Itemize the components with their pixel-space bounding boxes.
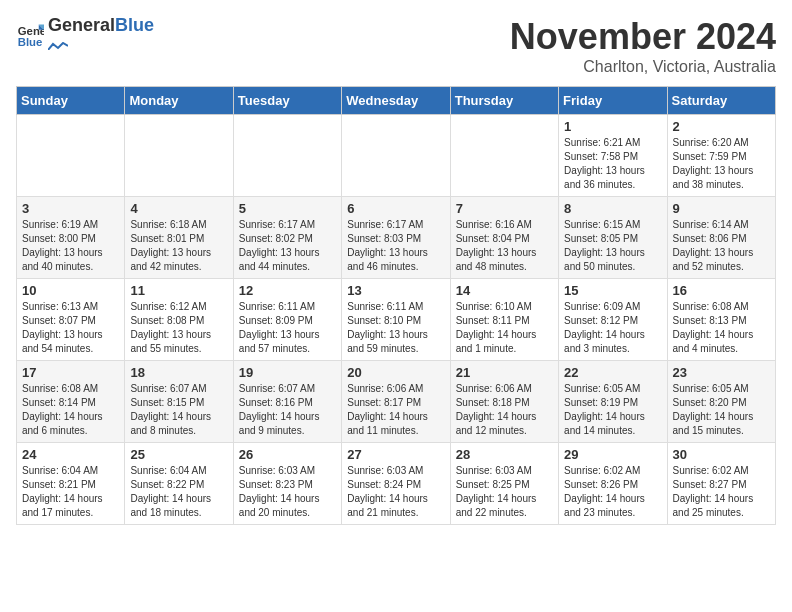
day-info: Sunrise: 6:15 AM Sunset: 8:05 PM Dayligh… [564,218,661,274]
day-info: Sunrise: 6:07 AM Sunset: 8:15 PM Dayligh… [130,382,227,438]
day-number: 30 [673,447,770,462]
calendar-cell: 19Sunrise: 6:07 AM Sunset: 8:16 PM Dayli… [233,361,341,443]
day-number: 6 [347,201,444,216]
day-number: 18 [130,365,227,380]
calendar-cell: 8Sunrise: 6:15 AM Sunset: 8:05 PM Daylig… [559,197,667,279]
calendar-cell: 28Sunrise: 6:03 AM Sunset: 8:25 PM Dayli… [450,443,558,525]
day-info: Sunrise: 6:13 AM Sunset: 8:07 PM Dayligh… [22,300,119,356]
calendar-cell [450,115,558,197]
day-info: Sunrise: 6:07 AM Sunset: 8:16 PM Dayligh… [239,382,336,438]
day-info: Sunrise: 6:05 AM Sunset: 8:19 PM Dayligh… [564,382,661,438]
day-info: Sunrise: 6:02 AM Sunset: 8:27 PM Dayligh… [673,464,770,520]
day-number: 7 [456,201,553,216]
calendar-cell [17,115,125,197]
calendar-cell: 11Sunrise: 6:12 AM Sunset: 8:08 PM Dayli… [125,279,233,361]
day-header-tuesday: Tuesday [233,87,341,115]
calendar-cell: 3Sunrise: 6:19 AM Sunset: 8:00 PM Daylig… [17,197,125,279]
calendar-cell: 17Sunrise: 6:08 AM Sunset: 8:14 PM Dayli… [17,361,125,443]
day-number: 26 [239,447,336,462]
day-info: Sunrise: 6:16 AM Sunset: 8:04 PM Dayligh… [456,218,553,274]
calendar-cell: 12Sunrise: 6:11 AM Sunset: 8:09 PM Dayli… [233,279,341,361]
calendar-cell: 16Sunrise: 6:08 AM Sunset: 8:13 PM Dayli… [667,279,775,361]
calendar-header-row: SundayMondayTuesdayWednesdayThursdayFrid… [17,87,776,115]
day-number: 5 [239,201,336,216]
day-number: 9 [673,201,770,216]
day-number: 21 [456,365,553,380]
calendar-body: 1Sunrise: 6:21 AM Sunset: 7:58 PM Daylig… [17,115,776,525]
calendar-week-row: 24Sunrise: 6:04 AM Sunset: 8:21 PM Dayli… [17,443,776,525]
calendar-cell: 24Sunrise: 6:04 AM Sunset: 8:21 PM Dayli… [17,443,125,525]
day-number: 11 [130,283,227,298]
day-header-monday: Monday [125,87,233,115]
calendar-cell: 25Sunrise: 6:04 AM Sunset: 8:22 PM Dayli… [125,443,233,525]
calendar-cell: 18Sunrise: 6:07 AM Sunset: 8:15 PM Dayli… [125,361,233,443]
day-number: 10 [22,283,119,298]
day-info: Sunrise: 6:02 AM Sunset: 8:26 PM Dayligh… [564,464,661,520]
day-info: Sunrise: 6:09 AM Sunset: 8:12 PM Dayligh… [564,300,661,356]
svg-text:Blue: Blue [18,35,43,47]
calendar-cell: 15Sunrise: 6:09 AM Sunset: 8:12 PM Dayli… [559,279,667,361]
day-info: Sunrise: 6:06 AM Sunset: 8:17 PM Dayligh… [347,382,444,438]
calendar-week-row: 17Sunrise: 6:08 AM Sunset: 8:14 PM Dayli… [17,361,776,443]
day-info: Sunrise: 6:17 AM Sunset: 8:03 PM Dayligh… [347,218,444,274]
calendar-cell: 14Sunrise: 6:10 AM Sunset: 8:11 PM Dayli… [450,279,558,361]
day-info: Sunrise: 6:03 AM Sunset: 8:23 PM Dayligh… [239,464,336,520]
calendar-cell: 1Sunrise: 6:21 AM Sunset: 7:58 PM Daylig… [559,115,667,197]
day-number: 20 [347,365,444,380]
day-info: Sunrise: 6:11 AM Sunset: 8:09 PM Dayligh… [239,300,336,356]
calendar-week-row: 3Sunrise: 6:19 AM Sunset: 8:00 PM Daylig… [17,197,776,279]
day-info: Sunrise: 6:19 AM Sunset: 8:00 PM Dayligh… [22,218,119,274]
day-info: Sunrise: 6:17 AM Sunset: 8:02 PM Dayligh… [239,218,336,274]
calendar-cell: 21Sunrise: 6:06 AM Sunset: 8:18 PM Dayli… [450,361,558,443]
logo: General Blue GeneralBlue [16,16,154,54]
logo-text-blue: Blue [115,15,154,35]
calendar-week-row: 10Sunrise: 6:13 AM Sunset: 8:07 PM Dayli… [17,279,776,361]
day-info: Sunrise: 6:20 AM Sunset: 7:59 PM Dayligh… [673,136,770,192]
calendar-cell: 29Sunrise: 6:02 AM Sunset: 8:26 PM Dayli… [559,443,667,525]
title-area: November 2024 Charlton, Victoria, Austra… [510,16,776,76]
day-info: Sunrise: 6:05 AM Sunset: 8:20 PM Dayligh… [673,382,770,438]
logo-text-general: General [48,15,115,35]
calendar-cell [233,115,341,197]
day-number: 4 [130,201,227,216]
calendar-week-row: 1Sunrise: 6:21 AM Sunset: 7:58 PM Daylig… [17,115,776,197]
day-number: 28 [456,447,553,462]
day-header-wednesday: Wednesday [342,87,450,115]
day-number: 19 [239,365,336,380]
day-number: 12 [239,283,336,298]
day-number: 3 [22,201,119,216]
calendar-cell: 26Sunrise: 6:03 AM Sunset: 8:23 PM Dayli… [233,443,341,525]
calendar-cell: 27Sunrise: 6:03 AM Sunset: 8:24 PM Dayli… [342,443,450,525]
day-number: 27 [347,447,444,462]
calendar-cell: 22Sunrise: 6:05 AM Sunset: 8:19 PM Dayli… [559,361,667,443]
day-info: Sunrise: 6:04 AM Sunset: 8:21 PM Dayligh… [22,464,119,520]
calendar-cell: 30Sunrise: 6:02 AM Sunset: 8:27 PM Dayli… [667,443,775,525]
day-header-thursday: Thursday [450,87,558,115]
day-info: Sunrise: 6:14 AM Sunset: 8:06 PM Dayligh… [673,218,770,274]
calendar-cell [342,115,450,197]
day-number: 2 [673,119,770,134]
day-number: 16 [673,283,770,298]
day-number: 24 [22,447,119,462]
day-number: 17 [22,365,119,380]
day-header-friday: Friday [559,87,667,115]
day-number: 25 [130,447,227,462]
calendar-cell: 6Sunrise: 6:17 AM Sunset: 8:03 PM Daylig… [342,197,450,279]
day-number: 1 [564,119,661,134]
day-info: Sunrise: 6:03 AM Sunset: 8:25 PM Dayligh… [456,464,553,520]
day-info: Sunrise: 6:11 AM Sunset: 8:10 PM Dayligh… [347,300,444,356]
calendar-cell: 13Sunrise: 6:11 AM Sunset: 8:10 PM Dayli… [342,279,450,361]
header-area: General Blue GeneralBlue November 2024 C… [16,16,776,76]
calendar-cell: 20Sunrise: 6:06 AM Sunset: 8:17 PM Dayli… [342,361,450,443]
day-info: Sunrise: 6:10 AM Sunset: 8:11 PM Dayligh… [456,300,553,356]
calendar-cell: 4Sunrise: 6:18 AM Sunset: 8:01 PM Daylig… [125,197,233,279]
day-number: 8 [564,201,661,216]
calendar-cell: 7Sunrise: 6:16 AM Sunset: 8:04 PM Daylig… [450,197,558,279]
calendar-table: SundayMondayTuesdayWednesdayThursdayFrid… [16,86,776,525]
day-number: 23 [673,365,770,380]
day-info: Sunrise: 6:12 AM Sunset: 8:08 PM Dayligh… [130,300,227,356]
month-title: November 2024 [510,16,776,58]
day-info: Sunrise: 6:08 AM Sunset: 8:13 PM Dayligh… [673,300,770,356]
day-header-sunday: Sunday [17,87,125,115]
day-info: Sunrise: 6:18 AM Sunset: 8:01 PM Dayligh… [130,218,227,274]
